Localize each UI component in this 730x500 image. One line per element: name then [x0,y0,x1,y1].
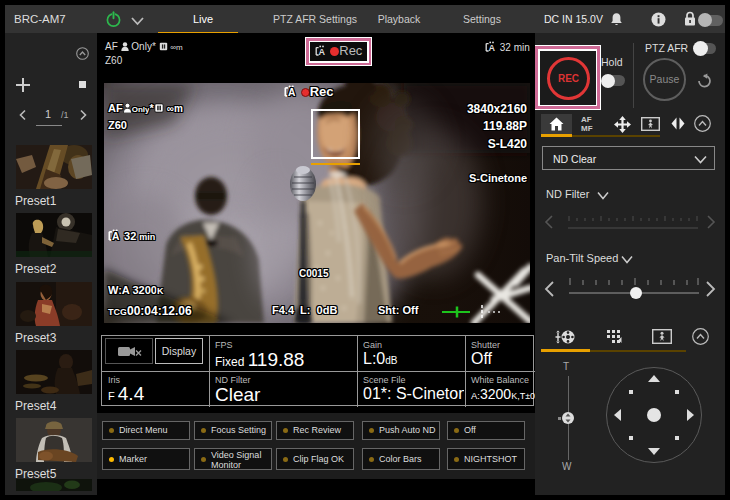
svg-text:A: A [112,231,120,241]
svg-text:A: A [288,87,296,97]
svg-text:A: A [489,43,496,52]
svg-text:A: A [318,47,325,56]
